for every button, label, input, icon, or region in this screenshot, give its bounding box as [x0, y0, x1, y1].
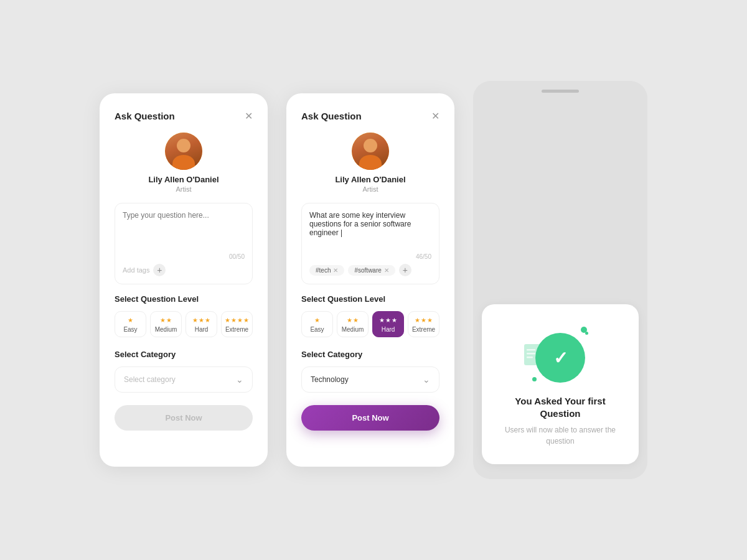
card2-level-easy[interactable]: ★ Easy: [301, 311, 333, 337]
card1-level-hard[interactable]: ★★★ Hard: [186, 311, 217, 337]
card1-medium-label: Medium: [155, 326, 177, 333]
card1-extreme-stars: ★★★★: [225, 317, 250, 324]
card1-level-easy[interactable]: ★ Easy: [115, 311, 146, 337]
card1-user-role: Artist: [176, 185, 191, 193]
svg-rect-3: [527, 357, 533, 358]
card2-question-box: What are some key interview questions fo…: [301, 203, 439, 284]
card1-close-button[interactable]: ✕: [245, 111, 253, 121]
card1-header: Ask Question ✕: [115, 111, 253, 121]
svg-rect-0: [524, 344, 540, 365]
card2-post-button[interactable]: Post Now: [301, 405, 439, 431]
card1-level-extreme[interactable]: ★★★★ Extreme: [221, 311, 253, 337]
card1-easy-label: Easy: [123, 326, 137, 333]
card2-avatar: [352, 133, 389, 170]
card1-avatar-image: [165, 133, 202, 170]
card1-chevron-icon: ⌄: [236, 375, 243, 385]
card2-level-label: Select Question Level: [301, 294, 439, 304]
card1-question-textarea[interactable]: [123, 211, 245, 248]
card2-tag-tech: #tech ✕: [309, 265, 344, 276]
card2-user-role: Artist: [362, 185, 378, 193]
card2-hard-label: Hard: [382, 326, 395, 333]
success-description: Users will now able to answer the questi…: [497, 424, 624, 447]
card1-medium-stars: ★★: [160, 317, 172, 324]
card1-question-box: 00/50 Add tags +: [115, 203, 253, 284]
card2-question-textarea[interactable]: What are some key interview questions fo…: [309, 211, 431, 248]
svg-rect-1: [527, 349, 535, 351]
svg-rect-2: [527, 353, 535, 355]
card2-easy-stars: ★: [314, 317, 321, 324]
card1-add-tag-button[interactable]: +: [153, 264, 166, 276]
card1-category-label: Select Category: [115, 350, 253, 359]
dot-2: [532, 377, 537, 381]
card2-medium-label: Medium: [342, 326, 364, 333]
phone-notch-bar: [542, 90, 579, 93]
card2-easy-label: Easy: [310, 326, 324, 333]
card2-chevron-icon: ⌄: [423, 375, 430, 385]
card1-extreme-label: Extreme: [225, 326, 248, 333]
card2-tag-software: #software ✕: [348, 265, 395, 276]
card1-hard-label: Hard: [195, 326, 209, 333]
card2-char-count: 46/50: [309, 253, 431, 260]
card1-easy-stars: ★: [128, 317, 134, 324]
ask-question-card-filled: Ask Question ✕ Lily Allen O'Daniel Artis…: [286, 93, 454, 467]
ask-question-card-empty: Ask Question ✕ Lily Allen O'Daniel Artis…: [100, 93, 268, 467]
success-circle: ✓: [535, 333, 585, 383]
success-checkmark: ✓: [553, 348, 568, 368]
success-title: You Asked Your first Question: [497, 395, 624, 419]
card1-add-tags-label: Add tags: [123, 266, 149, 274]
card2-hard-stars: ★★★: [379, 317, 398, 324]
dot-3: [585, 332, 588, 335]
card1-hard-stars: ★★★: [192, 317, 211, 324]
card2-user-section: Lily Allen O'Daniel Artist: [301, 133, 439, 193]
card2-level-medium[interactable]: ★★ Medium: [337, 311, 369, 337]
card2-tag-software-remove[interactable]: ✕: [384, 267, 389, 274]
success-illustration: ✓: [532, 327, 588, 383]
card2-header: Ask Question ✕: [301, 111, 439, 121]
card1-tags-row: Add tags +: [123, 264, 245, 276]
card1-category-dropdown[interactable]: Select category ⌄: [115, 366, 253, 393]
card2-close-button[interactable]: ✕: [431, 111, 439, 121]
card2-level-hard[interactable]: ★★★ Hard: [372, 311, 404, 337]
card2-title: Ask Question: [301, 111, 362, 121]
card1-title: Ask Question: [115, 111, 175, 121]
card1-avatar: [165, 133, 202, 170]
card2-category-dropdown[interactable]: Technology ⌄: [301, 366, 439, 393]
card2-category-selected: Technology: [311, 375, 349, 384]
card2-medium-stars: ★★: [347, 317, 359, 324]
card1-post-button[interactable]: Post Now: [115, 405, 253, 431]
card2-tag-tech-remove[interactable]: ✕: [333, 267, 338, 274]
doc-svg: [524, 344, 543, 366]
card1-level-medium[interactable]: ★★ Medium: [150, 311, 182, 337]
card2-add-tag-button[interactable]: +: [399, 264, 411, 276]
card2-category-label: Select Category: [301, 350, 439, 359]
card2-avatar-image: [352, 133, 389, 170]
card2-level-extreme[interactable]: ★★★ Extreme: [408, 311, 439, 337]
card2-extreme-stars: ★★★: [415, 317, 433, 324]
card2-levels-row: ★ Easy ★★ Medium ★★★ Hard ★★★ Extreme: [301, 311, 439, 337]
phone-wrapper: ✓ You Asked Your first Question Users wi…: [473, 81, 647, 479]
card2-tags-row: #tech ✕ #software ✕ +: [309, 264, 431, 276]
card1-char-count: 00/50: [123, 253, 245, 260]
card1-user-section: Lily Allen O'Daniel Artist: [115, 133, 253, 193]
card1-level-label: Select Question Level: [115, 294, 253, 304]
card1-levels-row: ★ Easy ★★ Medium ★★★ Hard ★★★★ Extreme: [115, 311, 253, 337]
card2-extreme-label: Extreme: [412, 326, 435, 333]
card1-user-name: Lily Allen O'Daniel: [148, 175, 218, 184]
success-card: ✓ You Asked Your first Question Users wi…: [482, 304, 639, 464]
card2-user-name: Lily Allen O'Daniel: [335, 175, 405, 184]
card1-category-placeholder: Select category: [124, 375, 176, 384]
